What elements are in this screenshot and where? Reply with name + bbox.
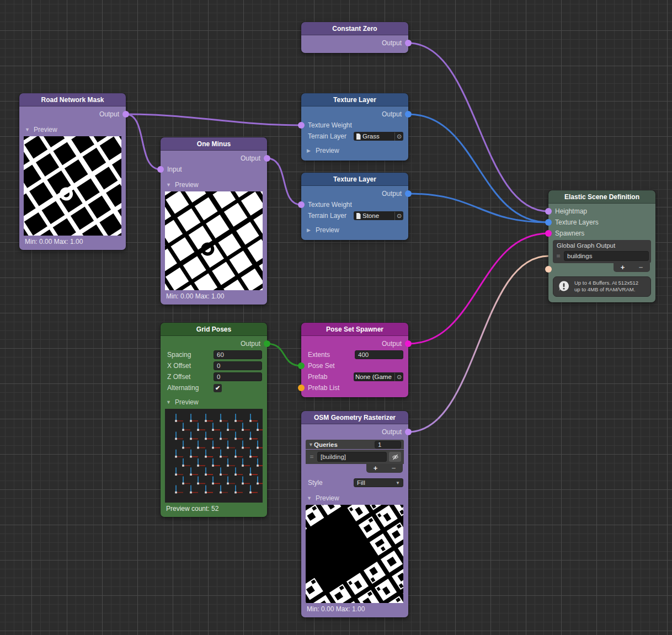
node-elastic-scene-definition[interactable]: Elastic Scene Definition Heightmap Textu… (548, 190, 655, 302)
asset-icon (356, 213, 361, 219)
foldout-label: Preview (316, 147, 339, 154)
node-title: Constant Zero (301, 22, 408, 35)
object-picker-icon[interactable]: ⊙ (394, 373, 403, 381)
node-constant-zero[interactable]: Constant Zero Output (301, 22, 408, 53)
output-port[interactable] (405, 429, 412, 435)
spawners-port[interactable] (545, 230, 552, 237)
list-buttons: + − (366, 464, 403, 473)
add-button[interactable]: + (374, 465, 378, 472)
foldout-label: Preview (175, 398, 199, 406)
preview-foldout[interactable]: ▼ Preview (161, 397, 267, 408)
heightmap-port[interactable] (545, 208, 552, 215)
field-label: Terrain Layer (308, 132, 346, 140)
node-road-network-mask[interactable]: Road Network Mask Output ▼ Preview Min: … (19, 93, 126, 250)
field-label: Spacing (167, 351, 191, 359)
output-port[interactable] (405, 111, 412, 118)
remove-button[interactable]: − (639, 264, 643, 271)
info-line: Up to 4 Buffers. At 512x512 (574, 280, 638, 286)
prefab-object-field[interactable]: None (Game ⊙ (354, 372, 403, 381)
node-texture-layer-stone[interactable]: Texture Layer Output Texture Weight Terr… (301, 173, 408, 240)
add-button[interactable]: + (621, 264, 625, 271)
node-pose-set-spawner[interactable]: Pose Set Spawner Output Extents 400 Pose… (301, 323, 408, 397)
object-picker-icon[interactable]: ⊙ (394, 212, 403, 220)
output-port[interactable] (264, 155, 270, 162)
port-label: Texture Layers (555, 218, 599, 226)
spacing-field[interactable]: 60 (214, 350, 262, 359)
edge-osm-to-buildings[interactable] (408, 256, 548, 432)
queries-header[interactable]: ▼ Queries 1 (306, 440, 404, 449)
extents-field[interactable]: 400 (355, 350, 403, 359)
edge-roadmask-to-grass-weight[interactable] (126, 114, 301, 125)
queries-count-field[interactable]: 1 (375, 441, 401, 449)
prefab-list-port[interactable] (298, 385, 305, 391)
port-label: Output (382, 39, 402, 47)
foldout-closed-icon: ▶ (307, 227, 312, 233)
texture-weight-port[interactable] (298, 122, 305, 129)
preview-count-label: Preview count: 52 (161, 503, 267, 513)
preview-foldout[interactable]: ▶ Preview (301, 145, 408, 156)
output-port[interactable] (264, 340, 270, 347)
edge-constant-zero-to-heightmap[interactable] (408, 43, 548, 211)
output-port[interactable] (122, 111, 129, 118)
node-texture-layer-grass[interactable]: Texture Layer Output Texture Weight Terr… (301, 93, 408, 161)
alternating-checkbox[interactable]: ✔ (214, 384, 222, 392)
query-field[interactable]: [building] (317, 452, 387, 462)
foldout-label: Preview (316, 494, 339, 502)
foldout-label: Preview (34, 126, 57, 134)
node-title: OSM Geometry Rasterizer (301, 411, 408, 424)
terrain-layer-object-field[interactable]: Stone ⊙ (354, 211, 403, 220)
info-box: Up to 4 Buffers. At 512x512 up to 4MB of… (553, 276, 651, 297)
edge-gridposes-to-poseset[interactable] (267, 344, 301, 366)
preview-foldout[interactable]: ▼ Preview (301, 493, 408, 504)
terrain-layer-object-field[interactable]: Grass ⊙ (354, 132, 403, 141)
preview-foldout[interactable]: ▼ Preview (19, 124, 126, 135)
z-offset-field[interactable]: 0 (214, 372, 262, 381)
style-dropdown[interactable]: Fill ▼ (354, 478, 403, 487)
info-line: up to 4MB of RAM/VRAM. (574, 286, 638, 293)
node-one-minus[interactable]: One Minus Output Input ▼ Preview Min: 0.… (161, 137, 267, 305)
port-label: Output (382, 340, 402, 348)
port-label: Output (241, 154, 260, 162)
buildings-buffer-port[interactable] (545, 266, 552, 273)
output-port[interactable] (405, 40, 412, 46)
port-label: Pose Set (308, 362, 335, 370)
one-minus-preview-image (165, 191, 263, 290)
minmax-label: Min: 0.00 Max: 1.00 (19, 236, 126, 246)
preview-foldout[interactable]: ▼ Preview (161, 179, 267, 190)
x-offset-field[interactable]: 0 (214, 361, 262, 370)
edge-roadmask-to-oneminus[interactable] (126, 114, 161, 169)
pose-set-port[interactable] (298, 362, 305, 369)
port-label: Output (241, 340, 260, 348)
minmax-label: Min: 0.00 Max: 1.00 (301, 603, 408, 613)
field-label: Alternating (167, 384, 199, 392)
object-picker-icon[interactable]: ⊙ (394, 132, 403, 141)
query-list-item: = [building] (306, 450, 404, 464)
preview-foldout[interactable]: ▶ Preview (301, 225, 408, 236)
grid-poses-preview-image (165, 409, 263, 503)
port-label: Texture Weight (308, 201, 352, 209)
remove-button[interactable]: − (392, 465, 396, 472)
texture-layers-port[interactable] (545, 219, 552, 226)
port-label: Prefab List (308, 384, 339, 392)
output-port[interactable] (405, 340, 412, 347)
buffer-name-field[interactable]: buildings (564, 251, 649, 261)
port-label: Output (99, 110, 119, 118)
drag-handle-icon[interactable]: = (555, 252, 562, 260)
edge-oneminus-to-stone-weight[interactable] (267, 158, 301, 205)
node-osm-geometry-rasterizer[interactable]: OSM Geometry Rasterizer Output ▼ Queries… (301, 411, 408, 617)
foldout-open-icon: ▼ (307, 495, 312, 501)
edge-spawner-to-spawners[interactable] (408, 233, 548, 344)
texture-weight-port[interactable] (298, 201, 305, 208)
drag-handle-icon[interactable]: = (308, 453, 315, 461)
port-label: Input (167, 166, 182, 173)
output-port[interactable] (405, 190, 412, 197)
visibility-toggle-button[interactable] (389, 452, 401, 462)
field-label: Prefab (308, 373, 327, 381)
port-label: Output (382, 110, 402, 118)
foldout-open-icon: ▼ (166, 182, 172, 188)
node-title: Elastic Scene Definition (548, 190, 655, 204)
node-grid-poses[interactable]: Grid Poses Output Spacing 60 X Offset 0 … (161, 323, 267, 517)
asset-icon (356, 134, 361, 140)
osm-preview-image (306, 505, 404, 603)
input-port[interactable] (157, 166, 164, 173)
